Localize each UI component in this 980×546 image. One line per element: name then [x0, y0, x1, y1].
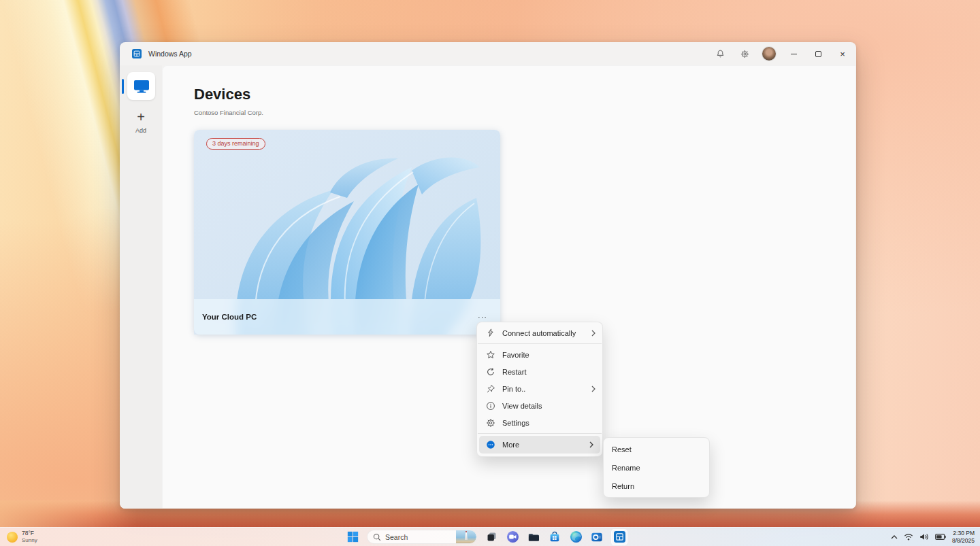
- minimize-button[interactable]: [781, 42, 806, 65]
- menu-item-label: Restart: [502, 368, 526, 376]
- pin-icon: [485, 384, 496, 394]
- microsoft-store-button[interactable]: [548, 530, 561, 544]
- star-icon: [485, 350, 496, 360]
- search-label: Search: [385, 533, 408, 541]
- close-button[interactable]: ×: [830, 42, 855, 65]
- menu-item-label: Favorite: [502, 351, 529, 359]
- task-view-icon: [486, 531, 497, 543]
- submenu-item-return[interactable]: Return: [604, 477, 709, 495]
- chevron-up-icon: [891, 535, 898, 539]
- speaker-icon: [919, 533, 929, 541]
- chevron-right-icon: [591, 386, 595, 392]
- edge-button[interactable]: [569, 530, 583, 544]
- more-submenu: Reset Rename Return: [603, 437, 710, 498]
- menu-item-label: Settings: [502, 419, 529, 427]
- sidebar-item-devices[interactable]: [127, 72, 155, 100]
- windows-logo-icon: [347, 531, 359, 543]
- task-view-button[interactable]: [485, 530, 498, 544]
- notifications-button[interactable]: [708, 42, 732, 65]
- outlook-icon: [591, 531, 603, 543]
- battery-icon: [935, 534, 946, 540]
- menu-item-label: Pin to..: [502, 385, 525, 393]
- card-footer: Your Cloud PC ···: [194, 299, 500, 335]
- search-daily-image: [456, 530, 476, 544]
- bell-icon: [716, 49, 725, 58]
- search-box[interactable]: Search: [367, 530, 477, 544]
- submenu-item-rename[interactable]: Rename: [604, 458, 709, 477]
- edge-icon: [570, 530, 583, 543]
- battery-button[interactable]: [935, 534, 946, 540]
- windows-app-taskbar-button[interactable]: [611, 529, 627, 545]
- sun-icon: [7, 532, 18, 543]
- status-badge: 3 days remaining: [206, 138, 265, 150]
- wifi-icon: [904, 533, 913, 541]
- clock-date: 8/8/2025: [952, 537, 975, 545]
- maximize-icon: [815, 51, 821, 57]
- weather-temp: 78°F: [22, 530, 37, 537]
- chat-icon: [506, 530, 519, 543]
- windows-app-icon: [614, 531, 625, 543]
- chevron-right-icon: [589, 441, 593, 448]
- more-circle-icon: [485, 440, 496, 449]
- tray-chevron-button[interactable]: [891, 535, 898, 539]
- account-button[interactable]: [757, 42, 781, 65]
- minimize-icon: [791, 54, 797, 54]
- submenu-item-label: Return: [612, 482, 634, 490]
- menu-item-connect-automatically[interactable]: Connect automatically: [477, 324, 602, 341]
- volume-button[interactable]: [919, 533, 929, 541]
- flash-icon: [485, 328, 496, 338]
- menu-item-more[interactable]: More: [479, 436, 600, 454]
- search-icon: [373, 533, 381, 541]
- menu-item-view-details[interactable]: View details: [477, 397, 602, 414]
- sidebar: + Add: [120, 65, 162, 509]
- windows-app-icon: [132, 49, 142, 58]
- taskbar: 78°F Sunny Search: [0, 527, 980, 546]
- close-icon: ×: [840, 50, 845, 58]
- weather-condition: Sunny: [22, 537, 37, 543]
- menu-item-settings[interactable]: Settings: [477, 414, 602, 431]
- restart-icon: [485, 367, 496, 377]
- menu-item-label: View details: [502, 402, 542, 410]
- submenu-item-reset[interactable]: Reset: [604, 440, 709, 458]
- menu-item-label: More: [502, 441, 519, 449]
- plus-icon: +: [120, 107, 162, 126]
- folder-icon: [527, 531, 540, 543]
- gear-icon: [485, 418, 496, 428]
- window-title: Windows App: [148, 50, 192, 58]
- chevron-right-icon: [591, 330, 595, 337]
- clock[interactable]: 2:30 PM 8/8/2025: [952, 530, 975, 544]
- submenu-item-label: Reset: [612, 445, 632, 454]
- menu-item-pin-to[interactable]: Pin to..: [477, 380, 602, 397]
- menu-separator: [478, 343, 602, 344]
- gear-icon: [740, 50, 749, 58]
- clock-time: 2:30 PM: [952, 530, 975, 537]
- chat-button[interactable]: [506, 530, 519, 544]
- menu-item-label: Connect automatically: [502, 329, 576, 337]
- weather-widget[interactable]: 78°F Sunny: [7, 528, 37, 546]
- file-explorer-button[interactable]: [527, 530, 540, 544]
- page-title: Devices: [194, 86, 250, 103]
- page-subtitle: Contoso Financial Corp.: [194, 109, 263, 116]
- add-label: Add: [120, 127, 162, 134]
- start-button[interactable]: [346, 530, 359, 544]
- settings-button[interactable]: [732, 42, 757, 65]
- monitor-icon: [133, 80, 150, 93]
- wifi-button[interactable]: [904, 533, 913, 541]
- cloud-pc-name: Your Cloud PC: [202, 313, 257, 321]
- info-icon: [485, 401, 496, 411]
- context-menu: Connect automatically Favorite Restart P…: [476, 322, 603, 457]
- outlook-button[interactable]: [590, 530, 604, 544]
- selection-indicator: [122, 79, 124, 94]
- cloud-pc-card[interactable]: 3 days remaining Your Cloud PC ···: [194, 130, 500, 335]
- menu-item-restart[interactable]: Restart: [477, 363, 602, 380]
- store-icon: [549, 531, 561, 543]
- avatar: [762, 47, 776, 61]
- add-button[interactable]: + Add: [120, 107, 162, 134]
- maximize-button[interactable]: [806, 42, 830, 65]
- titlebar: Windows App ×: [120, 42, 856, 65]
- submenu-item-label: Rename: [612, 464, 640, 472]
- menu-separator: [478, 433, 602, 434]
- menu-item-favorite[interactable]: Favorite: [477, 346, 602, 363]
